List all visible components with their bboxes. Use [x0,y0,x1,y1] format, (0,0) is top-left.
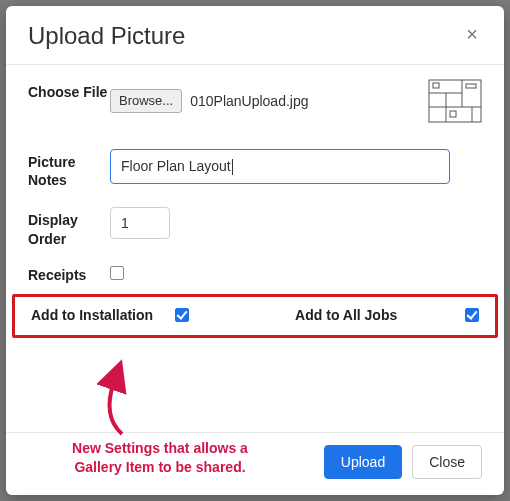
modal-header: Upload Picture × [6,6,504,65]
label-receipts: Receipts [28,266,110,284]
receipts-checkbox[interactable] [110,266,124,280]
label-add-to-installation: Add to Installation [31,307,153,323]
svg-rect-0 [429,80,481,122]
picture-notes-value: Floor Plan Layout [121,158,231,174]
row-choose-file: Choose File Browse... 010PlanUpload.jpg [28,79,482,123]
selected-filename: 010PlanUpload.jpg [190,93,308,109]
add-to-all-jobs-checkbox[interactable] [465,308,479,322]
upload-picture-modal: Upload Picture × Choose File Browse... 0… [6,6,504,495]
modal-title: Upload Picture [28,22,185,50]
label-display-order: Display Order [28,207,110,247]
row-picture-notes: Picture Notes Floor Plan Layout [28,149,482,189]
choose-file-controls: Browse... 010PlanUpload.jpg [110,79,482,123]
add-to-installation-checkbox[interactable] [175,308,189,322]
display-order-input[interactable] [110,207,170,239]
modal-footer: Upload Close [6,432,504,495]
row-display-order: Display Order [28,207,482,247]
label-picture-notes: Picture Notes [28,149,110,189]
highlighted-settings-box: Add to Installation Add to All Jobs [12,294,498,338]
label-add-to-all-jobs: Add to All Jobs [295,307,397,323]
close-button[interactable]: Close [412,445,482,479]
floorplan-thumbnail-icon [428,79,482,123]
close-icon[interactable]: × [462,22,482,46]
browse-button[interactable]: Browse... [110,89,182,113]
text-caret-icon [232,159,233,175]
picture-notes-input[interactable]: Floor Plan Layout [110,149,450,184]
label-choose-file: Choose File [28,79,110,101]
modal-body: Choose File Browse... 010PlanUpload.jpg [6,65,504,432]
row-receipts: Receipts [28,266,482,284]
upload-button[interactable]: Upload [324,445,402,479]
